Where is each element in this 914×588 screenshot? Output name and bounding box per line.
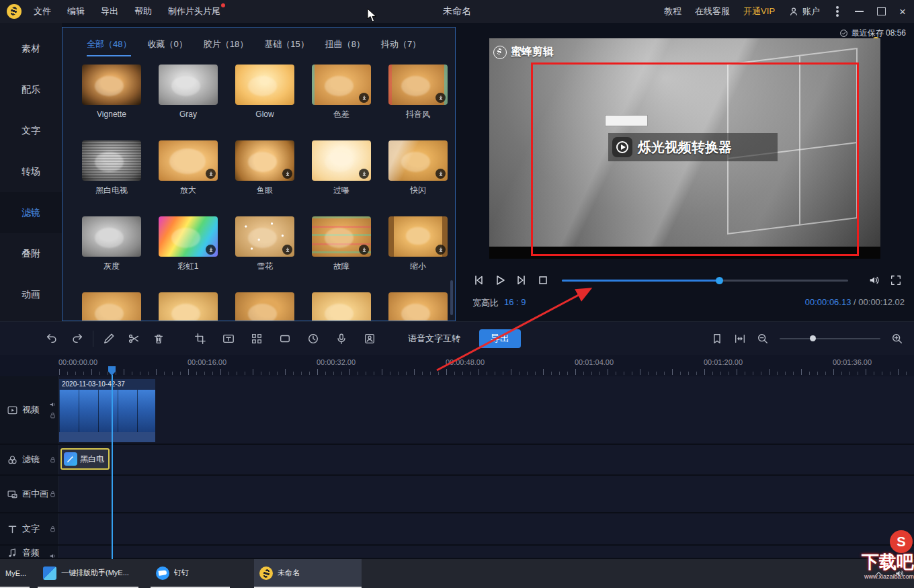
split-scissors-button[interactable]	[128, 333, 140, 345]
filter-item[interactable]: Gray	[159, 65, 218, 119]
sidebar-item-filter[interactable]: 滤镜	[0, 192, 62, 233]
crop-selection-red-border[interactable]	[531, 62, 859, 256]
video-clip[interactable]: 2020-11-03-10-42-37	[59, 379, 155, 442]
more-options-icon[interactable]	[836, 10, 839, 13]
tab-shake[interactable]: 抖动（7）	[381, 38, 421, 56]
filter-thumbnail[interactable]	[312, 216, 371, 257]
crop-button[interactable]	[194, 333, 206, 345]
filter-item[interactable]	[388, 292, 448, 321]
filter-item[interactable]: 放大	[159, 140, 218, 195]
video-track-header[interactable]: 视频	[0, 376, 59, 444]
filter-item[interactable]	[82, 292, 141, 321]
close-button[interactable]: ×	[899, 6, 906, 17]
filter-thumbnail[interactable]	[388, 65, 448, 105]
menu-file[interactable]: 文件	[34, 5, 51, 17]
filter-item[interactable]: 故障	[312, 216, 371, 271]
lock-icon[interactable]	[49, 526, 56, 533]
filter-item[interactable]: 雪花	[235, 216, 294, 271]
undo-button[interactable]	[46, 333, 58, 345]
volume-icon[interactable]	[868, 274, 880, 286]
sidebar-item-text[interactable]: 文字	[0, 110, 62, 151]
mosaic-button[interactable]	[251, 333, 263, 345]
filter-clip-selected[interactable]: 黑白电	[60, 448, 110, 470]
filter-item[interactable]: 鱼眼	[235, 140, 294, 195]
export-button[interactable]: 导出	[479, 329, 521, 348]
speech-text-convert-button[interactable]: 语音文字互转	[408, 333, 460, 345]
text-track-lane[interactable]	[59, 513, 914, 544]
filter-item[interactable]: 黑白电视	[82, 140, 141, 195]
sidebar-item-overlay[interactable]: 叠附	[0, 233, 62, 274]
fit-timeline-button[interactable]	[734, 333, 746, 345]
pip-track-header[interactable]: 画中画	[0, 476, 59, 512]
filter-panel-scrollbar[interactable]	[450, 280, 453, 315]
tab-film[interactable]: 胶片（18）	[204, 38, 248, 56]
filter-thumbnail[interactable]	[388, 140, 448, 181]
redo-button[interactable]	[71, 333, 83, 345]
filter-thumbnail[interactable]	[312, 292, 371, 321]
tab-favorites[interactable]: 收藏（0）	[147, 38, 187, 56]
pip-track-lane[interactable]	[59, 476, 914, 512]
filter-thumbnail[interactable]	[159, 292, 218, 321]
filter-item[interactable]: Glow	[235, 65, 294, 119]
taskbar-item-layout-assistant[interactable]: 一键排版助手(MyE...	[38, 559, 138, 588]
subtitle-button[interactable]	[222, 333, 235, 345]
menu-intro-outro[interactable]: 制作片头片尾	[168, 5, 220, 17]
filter-thumbnail[interactable]	[82, 216, 141, 257]
marker-tag-button[interactable]	[711, 333, 723, 345]
menu-export[interactable]: 导出	[101, 5, 118, 17]
taskbar-item-mye[interactable]: MyE...	[0, 559, 30, 588]
lock-icon[interactable]	[49, 456, 56, 464]
seek-slider-knob[interactable]	[716, 277, 723, 284]
sidebar-item-animation[interactable]: 动画	[0, 274, 62, 315]
filter-thumbnail[interactable]	[388, 292, 448, 321]
filter-item[interactable]: Vignette	[82, 65, 141, 119]
zoom-in-button[interactable]	[891, 333, 903, 345]
filter-thumbnail[interactable]	[159, 140, 218, 181]
lock-icon[interactable]	[49, 412, 56, 419]
filter-thumbnail[interactable]	[388, 216, 448, 257]
video-track-lane[interactable]: 2020-11-03-10-42-37	[59, 376, 914, 444]
maximize-button[interactable]	[877, 7, 886, 15]
play-button[interactable]	[493, 274, 507, 287]
filter-item[interactable]: 彩虹1	[159, 216, 218, 271]
filter-item[interactable]: 色差	[312, 65, 371, 119]
menu-help[interactable]: 帮助	[134, 5, 152, 17]
filter-thumbnail[interactable]	[312, 65, 371, 105]
filter-thumbnail[interactable]	[159, 65, 218, 105]
filter-item[interactable]: 快闪	[388, 140, 448, 195]
timeline-zoom-knob[interactable]	[810, 335, 816, 341]
text-track-header[interactable]: 文字	[0, 513, 59, 544]
sidebar-item-music[interactable]: 配乐	[0, 69, 62, 110]
filter-thumbnail[interactable]	[82, 65, 141, 105]
stop-button[interactable]	[536, 274, 550, 287]
sidebar-item-media[interactable]: 素材	[0, 28, 62, 69]
filter-item[interactable]: 缩小	[388, 216, 448, 271]
tab-basic[interactable]: 基础（15）	[264, 38, 308, 56]
filter-thumbnail[interactable]	[82, 140, 141, 181]
video-viewport[interactable]: 烁光视频转换器 蜜蜂剪辑	[489, 38, 880, 259]
filter-item[interactable]	[235, 292, 294, 321]
filter-thumbnail[interactable]	[235, 216, 294, 257]
lock-icon[interactable]	[49, 491, 56, 498]
timeline-ruler[interactable]: 00:00:00.00 00:00:16.00 00:00:32.00 00:0…	[0, 355, 914, 376]
filter-item[interactable]	[159, 292, 218, 321]
tray-volume-icon[interactable]	[895, 569, 905, 579]
filter-track-header[interactable]: 滤镜	[0, 445, 59, 474]
audio-track-header[interactable]: 音频	[0, 546, 59, 558]
zoom-region-button[interactable]	[279, 333, 291, 345]
filter-thumbnail[interactable]	[82, 292, 141, 321]
step-forward-button[interactable]	[515, 274, 528, 287]
tray-chevron-up-icon[interactable]	[874, 569, 884, 579]
fullscreen-icon[interactable]	[890, 274, 902, 286]
record-mic-button[interactable]	[335, 333, 347, 345]
sidebar-item-transition[interactable]: 转场	[0, 151, 62, 192]
seek-slider[interactable]	[562, 280, 848, 282]
zoom-out-button[interactable]	[757, 333, 769, 345]
tutorial-link[interactable]: 教程	[664, 5, 681, 17]
edit-pencil-button[interactable]	[103, 333, 115, 345]
timeline-zoom-slider[interactable]	[780, 338, 880, 339]
taskbar-item-beecut-active[interactable]: 未命名	[254, 559, 362, 588]
aspect-ratio-value[interactable]: 16 : 9	[504, 297, 526, 309]
delete-trash-button[interactable]	[153, 333, 165, 345]
menu-edit[interactable]: 编辑	[67, 5, 85, 17]
